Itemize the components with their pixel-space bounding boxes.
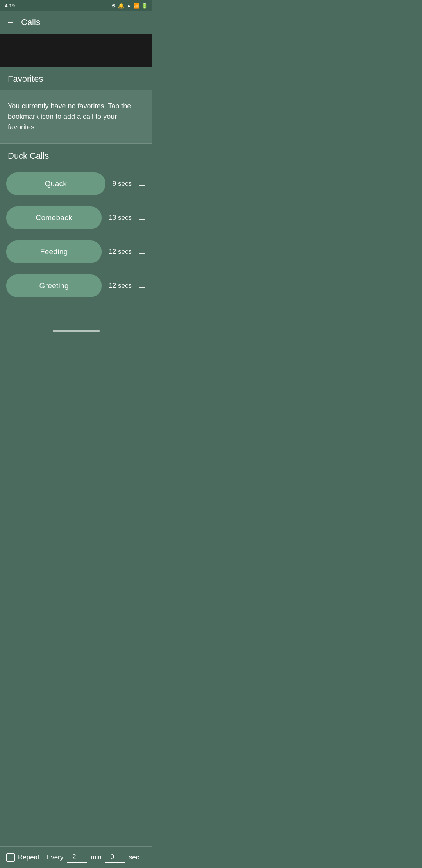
notification-icon: 🔔 — [118, 3, 124, 9]
quack-bookmark-icon[interactable]: ▭ — [138, 179, 146, 189]
duck-calls-section: Duck Calls Quack 9 secs ▭ Comeback 13 se… — [0, 144, 152, 303]
duck-calls-header: Duck Calls — [0, 144, 152, 167]
greeting-bookmark-icon[interactable]: ▭ — [138, 281, 146, 291]
quack-duration: 9 secs — [113, 180, 132, 188]
comeback-bookmark-icon[interactable]: ▭ — [138, 213, 146, 223]
wifi-icon: ▲ — [126, 3, 131, 9]
status-icons: ⚙ 🔔 ▲ 📶 🔋 — [111, 3, 148, 9]
call-item-greeting: Greeting 12 secs ▭ — [0, 269, 152, 303]
settings-icon: ⚙ — [111, 3, 116, 9]
feeding-bookmark-icon[interactable]: ▭ — [138, 247, 146, 257]
call-item-feeding: Feeding 12 secs ▭ — [0, 235, 152, 269]
status-bar: 4:19 ⚙ 🔔 ▲ 📶 🔋 — [0, 0, 152, 11]
status-time: 4:19 — [5, 3, 15, 9]
call-item-quack: Quack 9 secs ▭ — [0, 167, 152, 201]
home-indicator-bar — [53, 330, 100, 332]
comeback-button[interactable]: Comeback — [6, 206, 102, 229]
favorites-empty-message: You currently have no favorites. Tap the… — [0, 90, 152, 144]
greeting-button[interactable]: Greeting — [6, 274, 102, 297]
feeding-duration: 12 secs — [109, 248, 132, 256]
greeting-duration: 12 secs — [109, 282, 132, 290]
home-indicator — [0, 326, 152, 335]
favorites-header: Favorites — [0, 67, 152, 90]
call-item-comeback: Comeback 13 secs ▭ — [0, 201, 152, 235]
quack-button[interactable]: Quack — [6, 172, 106, 195]
hero-area — [0, 34, 152, 67]
comeback-duration: 13 secs — [109, 214, 132, 222]
top-bar: ← Calls — [0, 11, 152, 34]
page-title: Calls — [21, 17, 40, 27]
battery-icon: 🔋 — [141, 3, 148, 9]
signal-icon: 📶 — [133, 3, 139, 9]
back-button[interactable]: ← — [6, 17, 15, 27]
feeding-button[interactable]: Feeding — [6, 240, 102, 263]
